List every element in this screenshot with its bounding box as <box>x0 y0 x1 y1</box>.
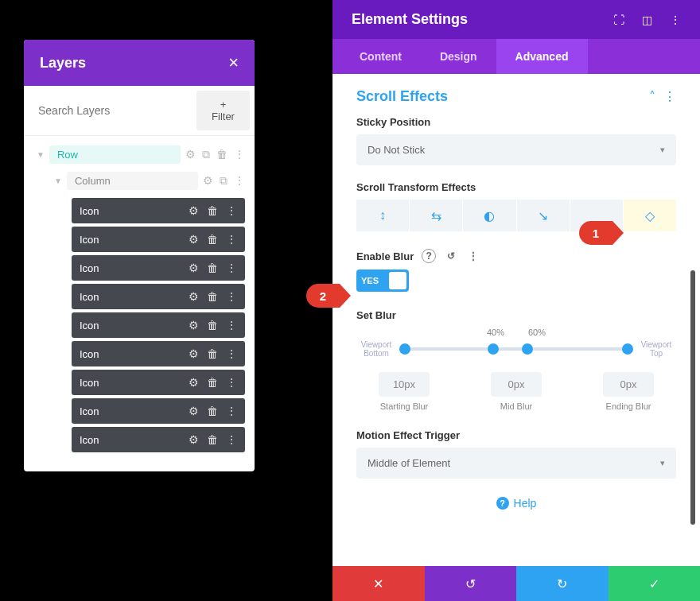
close-icon[interactable]: × <box>228 52 239 73</box>
list-item[interactable]: Icon ⚙🗑⋮ <box>72 284 245 309</box>
item-label: Icon <box>80 262 189 274</box>
enable-blur-toggle[interactable]: YES <box>356 269 409 292</box>
gear-icon[interactable]: ⚙ <box>189 376 199 389</box>
duplicate-icon[interactable]: ⧉ <box>202 148 210 161</box>
section-header[interactable]: Scroll Effects ˄ ⋮ <box>356 88 676 105</box>
item-label: Icon <box>80 348 189 360</box>
item-label: Icon <box>80 434 189 446</box>
gear-icon[interactable]: ⚙ <box>189 290 199 303</box>
horizontal-motion-button[interactable]: ⇆ <box>410 200 463 231</box>
help-icon[interactable]: ? <box>422 249 436 263</box>
list-item[interactable]: Icon ⚙🗑⋮ <box>72 312 245 338</box>
slider-handle-mid2[interactable] <box>522 343 533 355</box>
scrollbar[interactable] <box>690 270 695 525</box>
filter-button[interactable]: + Filter <box>196 91 250 130</box>
more-icon[interactable]: ⋮ <box>226 233 237 246</box>
more-icon[interactable]: ⋮ <box>226 347 237 360</box>
vertical-motion-button[interactable]: ↕ <box>356 200 410 231</box>
duplicate-icon[interactable]: ⧉ <box>220 174 228 188</box>
trash-icon[interactable]: 🗑 <box>207 319 218 332</box>
ending-blur-input[interactable] <box>603 372 654 397</box>
tab-content[interactable]: Content <box>340 39 421 74</box>
enable-blur-text: Enable Blur <box>356 250 414 262</box>
item-label: Icon <box>80 205 189 217</box>
scale-button[interactable]: ↘ <box>517 200 570 231</box>
row-item[interactable]: ▼ Row ⚙ ⧉ 🗑 ⋮ <box>33 142 245 169</box>
ending-blur-caption: Ending Blur <box>581 401 676 412</box>
list-item[interactable]: Icon ⚙🗑⋮ <box>72 255 245 281</box>
more-icon[interactable]: ⋮ <box>234 174 245 188</box>
motion-label: Motion Effect Trigger <box>356 429 676 441</box>
chevron-down-icon[interactable]: ▼ <box>54 176 62 185</box>
trash-icon[interactable]: 🗑 <box>207 204 218 217</box>
tab-design[interactable]: Design <box>421 39 496 74</box>
more-icon[interactable]: ⋮ <box>670 14 681 26</box>
redo-button[interactable]: ↻ <box>516 566 609 601</box>
blur-button[interactable]: ◇ <box>624 200 676 231</box>
callout-2: 2 <box>306 284 340 308</box>
item-label: Icon <box>80 234 189 246</box>
more-icon[interactable]: ⋮ <box>226 376 237 389</box>
trash-icon[interactable]: 🗑 <box>207 347 218 360</box>
list-item[interactable]: Icon ⚙🗑⋮ <box>72 370 245 395</box>
column-item[interactable]: ▼ Column ⚙ ⧉ ⋮ <box>33 169 245 195</box>
save-button[interactable]: ✓ <box>609 566 701 601</box>
more-icon[interactable]: ⋮ <box>466 249 480 263</box>
trash-icon[interactable]: 🗑 <box>207 290 218 303</box>
list-item[interactable]: Icon ⚙🗑⋮ <box>72 427 245 452</box>
list-item[interactable]: Icon ⚙🗑⋮ <box>72 198 245 223</box>
gear-icon[interactable]: ⚙ <box>189 262 199 274</box>
slider-handle-mid1[interactable] <box>488 343 499 355</box>
list-item[interactable]: Icon ⚙🗑⋮ <box>72 227 245 252</box>
slider-handle-end[interactable] <box>622 343 633 355</box>
search-input[interactable] <box>24 93 192 128</box>
layers-header: Layers × <box>24 40 255 86</box>
gear-icon[interactable]: ⚙ <box>189 347 199 360</box>
gear-icon[interactable]: ⚙ <box>189 405 199 417</box>
more-icon[interactable]: ⋮ <box>663 89 676 104</box>
more-icon[interactable]: ⋮ <box>234 148 245 161</box>
more-icon[interactable]: ⋮ <box>226 433 237 446</box>
undo-button[interactable]: ↺ <box>425 566 517 601</box>
layers-tree: ▼ Row ⚙ ⧉ 🗑 ⋮ ▼ Column ⚙ ⧉ ⋮ Icon ⚙🗑⋮ Ic… <box>24 136 255 471</box>
undo-icon[interactable]: ↺ <box>444 249 458 263</box>
trash-icon[interactable]: 🗑 <box>207 233 218 246</box>
slider-track[interactable] <box>402 347 630 351</box>
more-icon[interactable]: ⋮ <box>226 405 237 417</box>
layers-search-row: + Filter <box>24 86 255 136</box>
panel-icon[interactable]: ◫ <box>642 14 652 26</box>
trash-icon[interactable]: 🗑 <box>207 433 218 446</box>
mid-blur-input[interactable] <box>491 372 542 397</box>
gear-icon[interactable]: ⚙ <box>189 319 199 332</box>
expand-icon[interactable]: ⛶ <box>613 14 624 26</box>
trash-icon[interactable]: 🗑 <box>207 376 218 389</box>
gear-icon[interactable]: ⚙ <box>189 204 199 217</box>
chevron-down-icon[interactable]: ▼ <box>37 150 45 159</box>
motion-select[interactable]: Middle of Element ▾ <box>356 448 676 479</box>
help-icon: ? <box>496 497 509 510</box>
more-icon[interactable]: ⋮ <box>226 290 237 303</box>
gear-icon[interactable]: ⚙ <box>203 174 213 188</box>
trash-icon[interactable]: 🗑 <box>207 262 218 274</box>
more-icon[interactable]: ⋮ <box>226 319 237 332</box>
cancel-button[interactable]: ✕ <box>332 566 425 601</box>
row-label[interactable]: Row <box>49 145 181 164</box>
bottom-bar: ✕ ↺ ↻ ✓ <box>332 566 700 601</box>
trash-icon[interactable]: 🗑 <box>207 405 218 417</box>
list-item[interactable]: Icon ⚙🗑⋮ <box>72 398 245 424</box>
trash-icon[interactable]: 🗑 <box>216 148 228 161</box>
list-item[interactable]: Icon ⚙🗑⋮ <box>72 341 245 366</box>
fade-button[interactable]: ◐ <box>463 200 516 231</box>
column-label[interactable]: Column <box>67 172 198 190</box>
help-link[interactable]: ? Help <box>332 497 700 510</box>
more-icon[interactable]: ⋮ <box>226 204 237 217</box>
more-icon[interactable]: ⋮ <box>226 262 237 274</box>
starting-blur-input[interactable] <box>379 372 430 397</box>
gear-icon[interactable]: ⚙ <box>185 148 196 161</box>
tab-advanced[interactable]: Advanced <box>496 39 588 74</box>
sticky-select[interactable]: Do Not Stick ▾ <box>356 134 676 165</box>
gear-icon[interactable]: ⚙ <box>189 233 199 246</box>
gear-icon[interactable]: ⚙ <box>189 433 199 446</box>
slider-handle-start[interactable] <box>399 343 410 355</box>
chevron-up-icon[interactable]: ˄ <box>649 89 655 104</box>
